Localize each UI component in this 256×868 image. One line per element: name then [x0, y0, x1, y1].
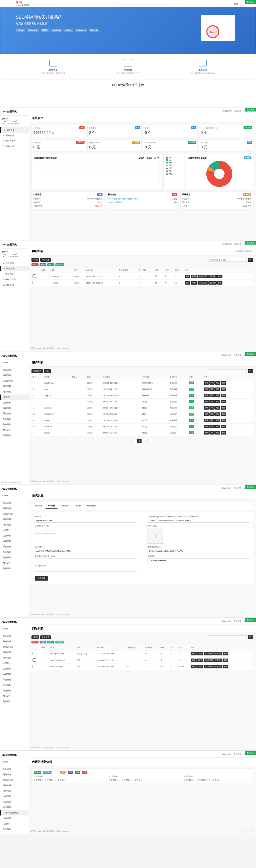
chart-tab[interactable]: 近七天 — [139, 157, 144, 159]
nav-link[interactable]: 系统源码 — [191, 2, 200, 6]
sidebar-item[interactable]: 关键词指数价格 — [0, 810, 29, 815]
suffix-input[interactable] — [147, 558, 250, 562]
sidebar-item[interactable]: 系统报告 — [0, 549, 29, 555]
page-1[interactable]: 1 — [137, 439, 142, 443]
sidebar-item[interactable]: API设置 — [0, 427, 29, 433]
row-action[interactable]: 编辑 — [185, 275, 190, 278]
tab-keyword[interactable]: 关键词设置 — [84, 503, 98, 508]
nav-link[interactable]: OEM定制 — [177, 2, 186, 6]
nav-link[interactable]: 首页 — [168, 2, 172, 6]
sidebar-item[interactable]: 财务统计 — [0, 383, 29, 389]
logo-upload[interactable]: ⬆ — [147, 528, 163, 544]
support-badge[interactable]: 在线客服 — [245, 108, 256, 112]
sidebar-item[interactable]: 用户管理 — [0, 389, 29, 395]
page-prev[interactable]: ‹ — [132, 439, 136, 443]
sidebar-item[interactable]: 关键词管理 — [0, 777, 29, 783]
row-action[interactable]: 删除 — [217, 275, 222, 278]
auth-code-input[interactable] — [147, 519, 250, 523]
sidebar-item[interactable]: 内容管理 — [0, 405, 29, 411]
tab-basic[interactable]: 基本设置 — [32, 503, 45, 508]
sidebar-item[interactable]: 系统管理 — [0, 677, 29, 682]
sidebar-item[interactable]: 全部用户 — [0, 528, 29, 533]
sidebar-item[interactable]: 全部用户 — [0, 661, 29, 666]
sidebar-item[interactable]: 用户管理 — [0, 655, 29, 661]
sidebar-item[interactable]: 系统报告 — [0, 682, 29, 688]
sidebar-item[interactable]: ⊞ 网站管理⌄ — [0, 266, 29, 271]
export-button[interactable]: 导出 — [44, 369, 51, 373]
sidebar-item[interactable]: 财务统计 — [0, 650, 29, 655]
sidebar-item[interactable]: 关键词表 — [0, 821, 29, 827]
add-user-button[interactable]: +添加用户 — [31, 369, 43, 373]
chart-tab[interactable]: 十五天 — [146, 157, 152, 159]
sidebar-item[interactable]: 关键词统 — [0, 555, 29, 560]
sidebar-item[interactable]: 关键词表 — [0, 433, 29, 438]
row-action[interactable]: 更多操作 — [208, 275, 217, 278]
sidebar-item[interactable]: 系统管理 — [0, 411, 29, 416]
row-action[interactable]: 添加关键词 — [198, 275, 208, 278]
sidebar-item[interactable]: 注册审核 — [0, 666, 29, 672]
topbar-link[interactable]: 系统设置 — [234, 110, 241, 112]
sidebar-item[interactable]: API设置 — [0, 693, 29, 699]
api-key-input[interactable] — [35, 528, 137, 532]
support-badge[interactable]: 在线客服 — [245, 0, 256, 4]
row-action[interactable]: 更多操作 — [208, 281, 217, 285]
sidebar-item[interactable]: 网站管理 — [0, 506, 29, 511]
sidebar-subitem[interactable]: 网站列表 — [0, 271, 29, 277]
sidebar-item[interactable]: 关键词管理 — [0, 644, 29, 650]
sidebar-item[interactable]: 内容管理 — [0, 794, 29, 799]
row-action[interactable]: 添加关键词 — [198, 281, 208, 285]
row-action[interactable]: 删除 — [217, 281, 222, 285]
sidebar-item[interactable]: 全部用户 — [0, 395, 29, 400]
sidebar-item[interactable]: 系统报告 — [0, 827, 29, 832]
sidebar-item[interactable]: 关键词管理 — [0, 378, 29, 383]
nav-link[interactable]: 系统演示 — [205, 2, 213, 6]
sidebar-item-keywords[interactable]: ≡ 关键词管理› — [0, 138, 29, 144]
sidebar-item[interactable]: 内容管理 — [0, 538, 29, 544]
export-button[interactable]: 导出所选 — [40, 258, 51, 262]
site-name-input[interactable] — [35, 549, 137, 553]
sidebar-item[interactable]: 财务统计 — [0, 517, 29, 522]
sidebar-item[interactable]: 关键词管理 — [0, 511, 29, 517]
save-button[interactable]: 保存设置 — [35, 576, 48, 581]
sidebar-item[interactable]: ★ 系统首页 — [0, 260, 29, 266]
sidebar-item[interactable]: 注册审核 — [0, 533, 29, 538]
nav-link[interactable]: 联系我们 — [218, 2, 227, 6]
sidebar-item[interactable]: 系统管理 — [0, 799, 29, 805]
search-input[interactable] — [208, 369, 247, 373]
sidebar-item[interactable]: ≡ 关键词管理› — [0, 277, 29, 282]
page-2[interactable]: 2 — [143, 439, 147, 443]
sidebar-item-sites[interactable]: ⊞ 网站管理› — [0, 133, 29, 138]
search-button[interactable]: 🔍 — [248, 258, 253, 262]
tab-order[interactable]: 打单设置 — [71, 503, 84, 508]
sidebar-item-finance[interactable]: ☷ 财务统计› — [0, 144, 29, 149]
sidebar-item[interactable]: 系统设置 — [0, 805, 29, 810]
sidebar-item[interactable]: 财务统计 — [0, 783, 29, 788]
sidebar-item[interactable]: 系统首页 — [0, 633, 29, 639]
sidebar-item[interactable]: 关键词表 — [0, 566, 29, 571]
sidebar-item[interactable]: 系统报告 — [0, 416, 29, 422]
sidebar-item[interactable]: 用户管理 — [0, 788, 29, 794]
social-input[interactable] — [35, 558, 137, 562]
sidebar-item[interactable]: API设置 — [0, 560, 29, 566]
api-url-input[interactable] — [35, 519, 137, 523]
chart-tab[interactable]: 三十天 — [154, 157, 160, 159]
login-button[interactable]: 登陆 — [232, 2, 240, 6]
sidebar-item[interactable]: 关键词统 — [0, 422, 29, 427]
sidebar-item[interactable]: 网站管理 — [0, 772, 29, 777]
tab-site[interactable]: 网站设置 — [58, 503, 70, 508]
tab-api[interactable]: API设置 — [46, 503, 57, 508]
sidebar-item[interactable]: 网站管理 — [0, 639, 29, 644]
seo-name-input[interactable] — [35, 568, 137, 572]
add-button[interactable]: +添加 — [31, 258, 39, 262]
topbar-link[interactable]: 站点直播间 — [222, 110, 231, 112]
sidebar-item[interactable]: 内容管理 — [0, 672, 29, 677]
sidebar-item[interactable]: 系统首页 — [0, 766, 29, 772]
sidebar-item[interactable]: 系统首页 — [0, 500, 29, 506]
sidebar-item[interactable]: 系统管理 — [0, 544, 29, 549]
row-action[interactable]: 关键词 — [191, 281, 197, 285]
sidebar-item[interactable]: 关键词统 — [0, 688, 29, 693]
sidebar-item[interactable]: 用户管理 — [0, 522, 29, 528]
page-next[interactable]: › — [148, 439, 153, 443]
domain-input[interactable] — [147, 549, 250, 553]
sidebar-item[interactable]: 系统首页 — [0, 367, 29, 373]
